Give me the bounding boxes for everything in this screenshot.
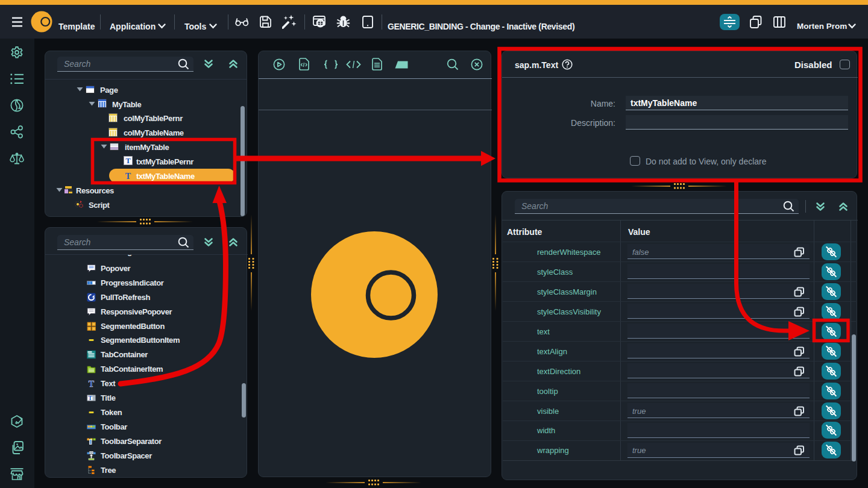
svg-text:T: T — [125, 156, 131, 165]
svg-text:T: T — [125, 172, 131, 181]
svg-text:T: T — [88, 395, 92, 401]
svg-text:T: T — [89, 380, 95, 389]
